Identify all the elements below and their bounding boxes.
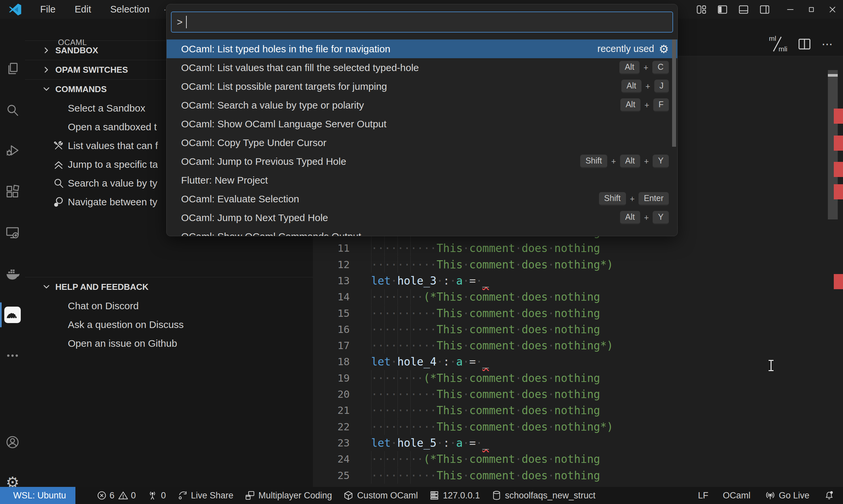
configure-keybinding-gear-icon[interactable]: ⚙ xyxy=(659,43,669,55)
activity-run-debug-icon[interactable] xyxy=(5,143,20,158)
overview-ruler[interactable] xyxy=(827,56,843,487)
status-live-share-label: Live Share xyxy=(191,490,234,501)
plus-separator: + xyxy=(643,63,649,72)
sidebar-item-label: Search a value by ty xyxy=(68,178,157,189)
plus-separator: + xyxy=(629,194,636,204)
line-number: 12 xyxy=(313,257,350,273)
status-host-label: 127.0.0.1 xyxy=(443,490,480,501)
line-number: 24 xyxy=(313,451,350,467)
menu-file[interactable]: File xyxy=(33,3,63,16)
code-line: 15··········This·comment·does·nothing xyxy=(313,305,843,321)
command-item[interactable]: OCaml: Evaluate SelectionShift+Enter xyxy=(167,190,678,208)
activity-remote-explorer-icon[interactable] xyxy=(5,226,20,240)
close-button[interactable] xyxy=(822,0,843,19)
code-text: ··········This·comment·does·nothing xyxy=(371,386,600,402)
code-text: let·hole_5·:·a·=·_ xyxy=(371,435,489,451)
palette-scrollbar[interactable] xyxy=(672,39,676,147)
status-live-share[interactable]: Live Share xyxy=(177,490,234,501)
ruler-cursor-marker xyxy=(828,74,838,77)
live-share-icon xyxy=(177,490,188,501)
status-notifications[interactable] xyxy=(824,490,835,501)
toggle-panel-icon[interactable] xyxy=(733,0,754,19)
customize-layout-icon[interactable] xyxy=(691,0,712,19)
activity-ocaml-icon[interactable] xyxy=(5,308,20,322)
warning-count: 0 xyxy=(131,490,136,501)
code-line: 25··········This·comment·does·nothing xyxy=(313,467,843,484)
plus-separator: + xyxy=(644,100,650,110)
command-item[interactable]: OCaml: Search a value by type or polarit… xyxy=(167,96,678,114)
command-input[interactable]: > xyxy=(171,12,673,33)
plus-separator: + xyxy=(643,157,650,166)
text-caret xyxy=(186,16,187,28)
section-header-help-and-feedback[interactable]: HELP AND FEEDBACK xyxy=(25,277,313,296)
command-item[interactable]: OCaml: Copy Type Under Cursor xyxy=(167,133,678,152)
command-item[interactable]: OCaml: Jump to Previous Typed HoleShift+… xyxy=(167,152,678,171)
status-multiplayer[interactable]: Multiplayer Coding xyxy=(245,490,332,501)
command-item-label: OCaml: Copy Type Under Cursor xyxy=(181,137,669,148)
status-go-live[interactable]: Go Live xyxy=(765,490,809,501)
line-number: 25 xyxy=(313,467,350,484)
menu-edit[interactable]: Edit xyxy=(68,3,99,16)
sidebar-item[interactable]: Ask a question on Discuss xyxy=(25,315,313,334)
status-problems[interactable]: 60 xyxy=(97,490,136,501)
maximize-button[interactable] xyxy=(801,0,822,19)
code-text: ··········This·comment·does·nothing xyxy=(371,321,600,338)
activity-extensions-icon[interactable] xyxy=(5,184,20,199)
command-item[interactable]: OCaml: Show OCaml Language Server Output xyxy=(167,114,678,133)
command-item[interactable]: OCaml: Jump to Next Typed HoleAlt+Y xyxy=(167,208,678,227)
line-number: 20 xyxy=(313,386,350,402)
key-alt: Alt xyxy=(620,98,640,112)
error-ruler-mark xyxy=(834,274,843,289)
toggle-primary-sidebar-icon[interactable] xyxy=(712,0,733,19)
toggle-secondary-sidebar-icon[interactable] xyxy=(754,0,775,19)
code-text: ··········This·comment·does·nothing xyxy=(371,402,600,418)
command-item[interactable]: Flutter: New Project xyxy=(167,171,678,190)
status-remote-wsl[interactable]: WSL: Ubuntu xyxy=(0,487,75,504)
line-number: 14 xyxy=(313,289,350,305)
key-alt: Alt xyxy=(621,79,641,93)
code-text: ········(*This·comment·does·nothing xyxy=(371,289,600,305)
activity-search-icon[interactable] xyxy=(5,103,20,118)
command-list: OCaml: List typed holes in the file for … xyxy=(167,39,678,236)
code-line: 20··········This·comment·does·nothing xyxy=(313,386,843,402)
command-item[interactable]: OCaml: Show OCaml Commands Output xyxy=(167,227,678,236)
error-ruler-mark xyxy=(834,109,843,124)
activity-ellipsis-icon[interactable] xyxy=(5,348,20,363)
command-item[interactable]: OCaml: List typed holes in the file for … xyxy=(167,39,678,58)
sidebar-item-label: Ask a question on Discuss xyxy=(68,319,184,330)
key-shift: Shift xyxy=(599,192,626,205)
chevron-right-icon xyxy=(42,46,51,55)
activity-bar: ⚙ xyxy=(0,19,25,487)
sidebar-item[interactable]: Open an issue on Github xyxy=(25,334,313,353)
status-database[interactable]: schoolfaqs_new_struct xyxy=(491,490,596,501)
code-line: 16··········This·comment·does·nothing xyxy=(313,321,843,338)
menu-selection[interactable]: Selection xyxy=(103,3,157,16)
command-item[interactable]: OCaml: List possible parent targets for … xyxy=(167,77,678,96)
minimize-button[interactable] xyxy=(780,0,801,19)
section-label: COMMANDS xyxy=(55,84,107,94)
command-item-label: OCaml: Search a value by type or polarit… xyxy=(181,100,620,111)
line-number: 11 xyxy=(313,240,350,256)
status-database-label: schoolfaqs_new_struct xyxy=(505,490,596,501)
command-item-label: OCaml: Jump to Next Typed Hole xyxy=(181,212,620,223)
key-enter: Enter xyxy=(638,192,669,205)
line-number: 22 xyxy=(313,419,350,435)
status-custom-ocaml[interactable]: Custom OCaml xyxy=(343,490,418,501)
key-alt: Alt xyxy=(620,211,640,224)
command-item[interactable]: OCaml: List values that can fill the sel… xyxy=(167,58,678,77)
activity-account-icon[interactable] xyxy=(5,435,20,449)
error-ruler-mark xyxy=(834,184,843,199)
hole-icon xyxy=(53,196,65,208)
activity-docker-icon[interactable] xyxy=(5,267,20,281)
status-language[interactable]: OCaml xyxy=(723,490,751,501)
status-eol[interactable]: LF xyxy=(698,490,708,501)
key-y: Y xyxy=(653,211,669,224)
line-number: 21 xyxy=(313,402,350,418)
activity-explorer-icon[interactable] xyxy=(5,61,20,76)
status-host[interactable]: 127.0.0.1 xyxy=(429,490,480,501)
cube-icon xyxy=(343,490,354,501)
status-tower[interactable]: 0 xyxy=(147,490,166,501)
keybinding: Alt+J xyxy=(621,79,669,93)
sidebar-item[interactable]: Chat on Discord xyxy=(25,296,313,315)
plus-separator: + xyxy=(643,213,650,222)
